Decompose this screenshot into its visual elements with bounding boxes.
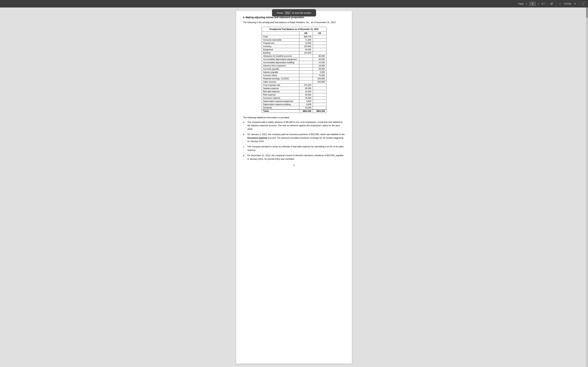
dr-cell: 15,000	[299, 96, 313, 100]
dr-cell	[299, 67, 313, 70]
dr-cell: 50,000	[299, 48, 313, 51]
toolbar: Page ‹ › of 7 ↺ − ZOOM + ⤢	[0, 0, 588, 8]
account-name-cell: Dividends	[262, 106, 299, 109]
list-label-b: b.	[243, 133, 246, 143]
cr-cell: 40,000	[313, 58, 326, 61]
list-item-d: d. On December 31, 2022, the company's b…	[243, 154, 345, 161]
notification-text-before: Press	[277, 11, 283, 14]
table-row: Depreciation expense-equipment3,000	[262, 100, 326, 103]
main-content-area: 4. Making adjusting entries and statemen…	[0, 8, 588, 367]
totals-label: Totals	[262, 109, 299, 113]
table-row: Common Stock70,000	[262, 74, 326, 77]
dr-cell: 18,300	[299, 90, 313, 93]
notification-bar: Press Esc to exit full screen	[272, 9, 316, 17]
right-scrollbar[interactable]	[586, 8, 588, 367]
account-name-cell: Prepaid rent	[262, 42, 299, 45]
dr-cell	[299, 80, 313, 83]
trial-balance-wrapper: Preadjusted Trial Balance as of December…	[243, 27, 345, 113]
cr-cell	[313, 96, 326, 100]
cr-cell: 18,000	[313, 64, 326, 67]
table-row: Depreciation expense-building6,000	[262, 103, 326, 106]
list-text-d: On December 31, 2022, the company's boar…	[247, 154, 345, 161]
account-name-cell: Allowance for doubtful accounts	[262, 54, 299, 58]
additional-info-heading: The following additional information is …	[243, 116, 345, 119]
fullscreen-button[interactable]: ⤢	[581, 1, 586, 6]
table-row: Accumulated depreciation-building12,000	[262, 61, 326, 64]
totals-cr: $864,350	[313, 109, 326, 113]
cr-cell	[313, 87, 326, 90]
list-label-c: c.	[243, 145, 246, 152]
page-number-input[interactable]	[529, 2, 536, 6]
notification-text-after: to exit full screen	[292, 11, 311, 14]
cr-cell: 264,850	[313, 77, 326, 80]
dr-cell: 6,000	[299, 103, 313, 106]
dr-cell: 12,000	[299, 42, 313, 45]
table-row: Prepaid rent12,000	[262, 42, 326, 45]
cr-cell	[313, 90, 326, 93]
cr-cell: 5,500	[313, 70, 326, 74]
account-name-cell: Advance from customers	[262, 64, 299, 67]
col-cr: CR	[313, 32, 326, 35]
prev-page-button[interactable]: ‹	[525, 1, 528, 6]
list-item-c: c. The company decided to revise its est…	[243, 145, 345, 152]
totals-row: Totals $864,350 $864,350	[262, 109, 326, 113]
table-row: Accounts payable26,000	[262, 67, 326, 70]
zoom-minus-button[interactable]: −	[558, 1, 562, 6]
dr-cell: $38,700	[299, 35, 313, 38]
col-dr: DR	[299, 32, 313, 35]
dr-cell	[299, 77, 313, 80]
account-name-cell: Salaries expense	[262, 87, 299, 90]
list-item-a: a. The company paid a salary advance of …	[243, 120, 345, 131]
dr-cell: 40,000	[299, 93, 313, 96]
cr-cell: 26,000	[313, 67, 326, 70]
table-row: Insurance expense15,000	[262, 96, 326, 100]
dr-cell	[299, 74, 313, 77]
table-row: Retained earnings, 1/1/2022264,850	[262, 77, 326, 80]
list-text-a: The company paid a salary advance of $5,…	[247, 120, 345, 131]
table-row: Cost of goods sold276,250	[262, 83, 326, 87]
info-list: a. The company paid a salary advance of …	[243, 120, 345, 161]
page-label: Page	[518, 2, 524, 5]
page-number-bottom: 4	[243, 164, 345, 167]
divider-3	[579, 2, 579, 6]
cr-cell	[313, 103, 326, 106]
list-item-b: b. On January 2, 2022, the company paid …	[243, 133, 345, 143]
cr-cell: 425,000	[313, 80, 326, 83]
intro-text: The following is the preadjusted trial b…	[243, 21, 345, 24]
table-row: Building125,000	[262, 51, 326, 54]
col-account	[262, 32, 299, 35]
account-name-cell: Bad debt expense	[262, 90, 299, 93]
account-name-cell: Equipment	[262, 48, 299, 51]
dr-cell	[299, 61, 313, 64]
zoom-plus-button[interactable]: +	[573, 1, 577, 6]
esc-key-badge: Esc	[285, 11, 291, 14]
account-name-cell: Accumulated depreciation-building	[262, 61, 299, 64]
cr-cell	[313, 83, 326, 87]
next-page-button[interactable]: ›	[537, 1, 540, 6]
refresh-button[interactable]: ↺	[549, 1, 554, 6]
account-name-cell: Retained earnings, 1/1/2022	[262, 77, 299, 80]
cr-cell: $3,000	[313, 54, 326, 58]
cr-cell: 12,000	[313, 61, 326, 64]
divider-1	[547, 2, 547, 6]
account-name-cell: Cost of goods sold	[262, 83, 299, 87]
table-row: Cash$38,700	[262, 35, 326, 38]
table-row: Sales revenue425,000	[262, 80, 326, 83]
cr-cell	[313, 106, 326, 109]
dr-cell: 60,000	[299, 87, 313, 90]
right-scrollbar-thumb[interactable]	[586, 8, 588, 18]
dr-cell	[299, 54, 313, 58]
table-row: Accumulated depreciation-equipment40,000	[262, 58, 326, 61]
dr-cell	[299, 64, 313, 67]
table-row: Salaries payable5,500	[262, 70, 326, 74]
totals-dr: $864,350	[299, 109, 313, 113]
account-name-cell: Depreciation expense-equipment	[262, 100, 299, 103]
account-name-cell: Common Stock	[262, 74, 299, 77]
dr-cell: 3,000	[299, 100, 313, 103]
table-row: Salaries expense60,000	[262, 87, 326, 90]
account-name-cell: Salaries payable	[262, 70, 299, 74]
dr-cell	[299, 58, 313, 61]
account-name-cell: Cash	[262, 35, 299, 38]
page-of-label: of 7	[541, 2, 545, 5]
question-number: 4.	[243, 16, 245, 19]
